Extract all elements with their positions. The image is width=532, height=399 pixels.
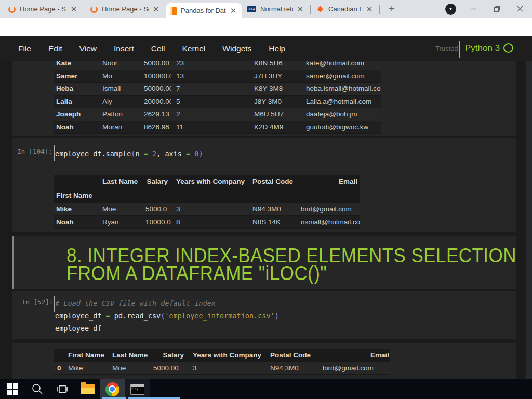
section-heading-line2: FROM A DATAFRAME "iLOC()" bbox=[66, 262, 327, 285]
table-row: NoahRyan 10000.08 N8S 14Knsmall@hotmail.… bbox=[54, 216, 360, 229]
cmd-taskbar-button[interactable]: C:\_ bbox=[125, 379, 150, 399]
kernel-divider bbox=[459, 41, 460, 58]
maple-leaf-icon bbox=[316, 5, 324, 13]
restore-button[interactable] bbox=[490, 2, 503, 16]
table-row: JosephPatton 2629.132 M6U 5U7daafeja@boh… bbox=[54, 108, 381, 121]
menu-insert[interactable]: Insert bbox=[114, 44, 134, 54]
cell-prompt: In [104]: bbox=[17, 148, 52, 155]
close-tab-icon[interactable]: ✕ bbox=[152, 5, 160, 14]
close-tab-icon[interactable]: ✕ bbox=[229, 6, 237, 16]
code-cell-104[interactable]: In [104]: employee_df.sample(n = 2, axis… bbox=[12, 138, 516, 232]
menu-file[interactable]: File bbox=[18, 44, 31, 54]
table-row: LailaAly 20000.005 J8Y 3M0Laila.a@hotmai… bbox=[54, 96, 381, 109]
tab-home-1[interactable]: Home Page - Se ✕ bbox=[4, 0, 82, 18]
new-tab-button[interactable]: + bbox=[385, 4, 398, 15]
menu-edit[interactable]: Edit bbox=[48, 44, 62, 54]
jupyter-menubar: File Edit View Insert Cell Kernel Widget… bbox=[0, 36, 532, 61]
jupyter-icon bbox=[90, 6, 98, 13]
tab-title: Home Page - Se bbox=[20, 5, 66, 13]
sample-output-table: Last Name Salary Years with CompanyPosta… bbox=[54, 175, 360, 229]
menu-help[interactable]: Help bbox=[269, 44, 285, 54]
table-header-row: First Name Last Name Salary Years with C… bbox=[54, 349, 390, 362]
output-cell-scrolled[interactable]: KateNoor 5000.0023 K8N 5H6kate@hotmail.c… bbox=[12, 57, 516, 136]
table-index-header-row: First Name bbox=[54, 189, 360, 203]
tab-separator bbox=[379, 5, 380, 14]
trusted-badge: Trusted bbox=[435, 45, 458, 52]
kernel-name: Python 3 bbox=[465, 43, 500, 54]
close-window-button[interactable] bbox=[513, 2, 527, 16]
cell-prompt: In [52]: bbox=[22, 298, 53, 306]
close-tab-icon[interactable]: ✕ bbox=[70, 5, 78, 14]
close-tab-icon[interactable]: ✕ bbox=[296, 5, 304, 14]
tab-separator bbox=[84, 5, 84, 14]
code-cell-52[interactable]: In [52]: # Load the CSV file with defaul… bbox=[12, 291, 516, 339]
code-line[interactable]: employee_df = pd.read_csv('employee_info… bbox=[55, 312, 279, 320]
employee-table-full: First Name Last Name Salary Years with C… bbox=[54, 349, 390, 375]
minimize-button[interactable] bbox=[467, 2, 480, 16]
code-line[interactable]: employee_df.sample(n = 2, axis = 0) bbox=[55, 150, 203, 158]
cell-divider bbox=[59, 236, 59, 289]
table-header-row: Last Name Salary Years with CompanyPosta… bbox=[54, 175, 360, 189]
chrome-update-icon[interactable]: ▾ bbox=[445, 4, 456, 15]
tab-normal-retirement[interactable]: SSA Normal retireme ✕ bbox=[243, 0, 309, 18]
tab-title: Pandas for Data bbox=[181, 7, 226, 15]
windows-taskbar: C:\_ bbox=[0, 379, 532, 399]
scrollbar-track[interactable] bbox=[526, 61, 532, 379]
output-cell-bottom[interactable]: First Name Last Name Salary Years with C… bbox=[12, 343, 516, 379]
address-bar: i localhost:8888/notebooks/Pandas%20for%… bbox=[0, 18, 532, 36]
markdown-heading-cell[interactable]: 8. INTEGER INDEX-BASED ELEMENTS SELECTIO… bbox=[12, 236, 516, 289]
windows-logo-icon bbox=[7, 383, 18, 395]
tab-title: Home Page - Se bbox=[102, 5, 149, 13]
table-row: HebaIsmail 50000.007 K8Y 3M8heba.ismail@… bbox=[54, 83, 381, 96]
notebook-icon bbox=[170, 7, 177, 15]
tab-pandas-notebook[interactable]: Pandas for Data ✕ bbox=[166, 3, 242, 18]
menu-view[interactable]: View bbox=[79, 44, 97, 54]
kernel-status-icon bbox=[503, 43, 513, 53]
chrome-icon bbox=[105, 382, 119, 396]
menu-cell[interactable]: Cell bbox=[151, 44, 165, 54]
browser-tab-strip: Home Page - Se ✕ Home Page - Se ✕ Pandas… bbox=[0, 0, 532, 18]
table-row: MikeMoe 5000.03 N94 3M0bird@gmail.com bbox=[54, 203, 360, 216]
tab-title: Canadian House bbox=[328, 5, 362, 13]
table-row: 0 Mike Moe 5000.00 3N94 3M0 bird@gmail.c… bbox=[54, 362, 390, 375]
employee-table-partial: KateNoor 5000.0023 K8N 5H6kate@hotmail.c… bbox=[54, 57, 381, 134]
code-line[interactable]: employee_df bbox=[55, 324, 101, 332]
tab-home-2[interactable]: Home Page - Se ✕ bbox=[86, 0, 164, 18]
chrome-taskbar-button[interactable] bbox=[100, 379, 125, 399]
text-cursor bbox=[54, 145, 55, 161]
file-explorer-button[interactable] bbox=[75, 379, 100, 399]
menu-widgets[interactable]: Widgets bbox=[222, 44, 251, 54]
code-comment-line[interactable]: # Load the CSV file with default index bbox=[55, 299, 216, 308]
ssa-icon: SSA bbox=[247, 6, 256, 12]
table-row: NoahMoran 8626.9611 K2D 4M9guutodi@bigwo… bbox=[54, 121, 381, 134]
folder-icon bbox=[81, 384, 95, 394]
tab-canadian-house[interactable]: Canadian House ✕ bbox=[312, 0, 378, 18]
command-prompt-icon: C:\_ bbox=[130, 384, 144, 395]
task-view-button[interactable] bbox=[50, 379, 75, 399]
start-button[interactable] bbox=[0, 379, 25, 399]
menu-kernel[interactable]: Kernel bbox=[182, 44, 206, 54]
close-tab-icon[interactable]: ✕ bbox=[365, 5, 374, 14]
tab-separator bbox=[310, 5, 311, 14]
notebook-area: KateNoor 5000.0023 K8N 5H6kate@hotmail.c… bbox=[0, 36, 532, 379]
search-button[interactable] bbox=[25, 379, 50, 399]
task-view-icon bbox=[56, 383, 69, 395]
search-icon bbox=[31, 383, 44, 395]
text-cursor bbox=[54, 296, 55, 312]
jupyter-icon bbox=[8, 6, 16, 13]
table-row: SamerMo 100000.0013 J7H 3HYsamer@gmail.c… bbox=[54, 70, 381, 83]
tab-title: Normal retireme bbox=[260, 5, 293, 13]
